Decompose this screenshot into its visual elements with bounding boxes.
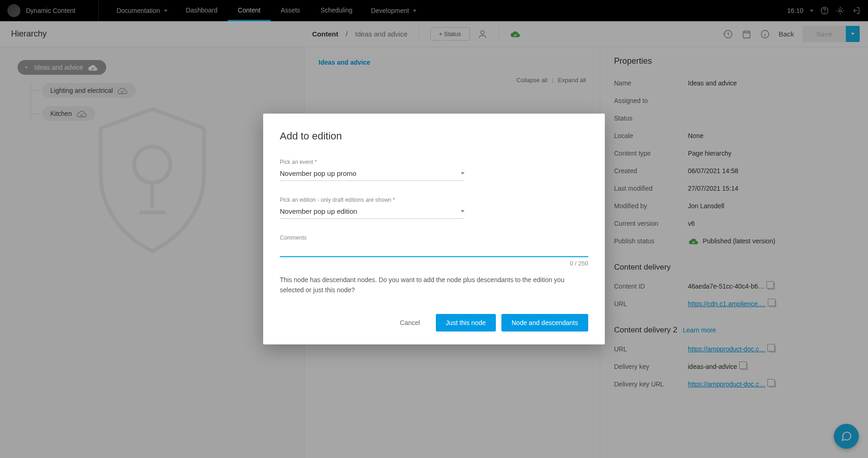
event-select-value: November pop up promo (280, 169, 356, 177)
cancel-button[interactable]: Cancel (390, 314, 430, 331)
just-this-node-button[interactable]: Just this node (436, 314, 496, 331)
comments-counter: 0 / 250 (280, 260, 588, 267)
chevron-down-icon (461, 172, 464, 175)
edition-select[interactable]: November pop up edition (280, 204, 464, 219)
event-field-label: Pick an event * (280, 159, 588, 165)
edition-field-label: Pick an edition - only draft editions ar… (280, 197, 588, 203)
modal-body-text: This node has descendant nodes. Do you w… (280, 275, 588, 295)
chevron-down-icon (461, 210, 464, 212)
modal-title: Add to edition (280, 130, 588, 142)
event-select[interactable]: November pop up promo (280, 166, 464, 181)
comments-field-label: Comments (280, 235, 588, 241)
modal-overlay: Add to edition Pick an event * November … (0, 0, 868, 458)
add-to-edition-modal: Add to edition Pick an event * November … (263, 114, 605, 344)
edition-select-value: November pop up edition (280, 207, 357, 215)
node-and-descendants-button[interactable]: Node and descendants (501, 314, 588, 331)
comments-input[interactable] (280, 242, 588, 257)
